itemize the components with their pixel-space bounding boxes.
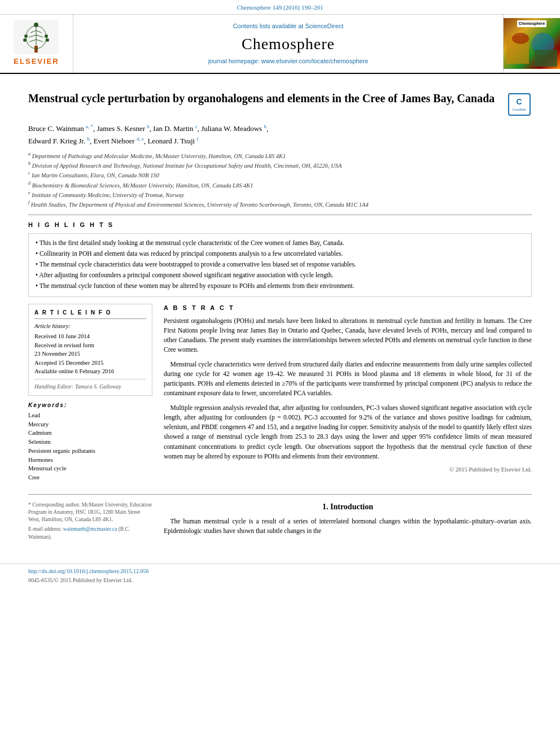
intro-para-1: The human menstrual cycle is a result of…	[164, 517, 532, 536]
keyword-1: Lead	[28, 412, 152, 420]
authors-line: Bruce C. Wainman a, *, James S. Kesner b…	[28, 123, 532, 147]
svg-point-11	[45, 34, 48, 38]
highlights-heading: H I G H L I G H T S	[28, 221, 532, 229]
keyword-2: Mercury	[28, 421, 152, 429]
footnote-section: * Corresponding author. McMaster Univers…	[28, 501, 152, 541]
email-address[interactable]: wainmanb@mcmaster.ca	[63, 526, 117, 532]
svg-rect-1	[34, 46, 38, 53]
svg-rect-18	[535, 50, 557, 67]
email-line: E-mail address: wainmanb@mcmaster.ca (B.…	[28, 526, 152, 541]
highlight-item-4: After adjusting for confounders a princi…	[36, 270, 524, 279]
homepage-line: journal homepage: www.elsevier.com/locat…	[208, 57, 369, 65]
contents-available-line: Contents lists available at ScienceDirec…	[233, 22, 344, 30]
corresponding-text: * Corresponding author. McMaster Univers…	[28, 502, 152, 523]
elsevier-logo: ELSEVIER	[14, 20, 59, 67]
cover-art-icon	[504, 27, 560, 67]
footer-doi[interactable]: http://dx.doi.org/10.1016/j.chemosphere.…	[28, 567, 532, 575]
journal-ref-text: Chemosphere 149 (2016) 190–201	[237, 4, 323, 11]
crossmark-badge[interactable]: C CrossMark	[506, 91, 532, 116]
svg-point-19	[512, 33, 529, 44]
journal-title: Chemosphere	[242, 33, 335, 55]
page: Chemosphere 149 (2016) 190–201	[0, 0, 560, 588]
keyword-8: Cree	[28, 474, 152, 482]
email-label: E-mail address:	[28, 526, 63, 532]
article-info-box: A R T I C L E I N F O Article history: R…	[28, 304, 152, 396]
elsevier-name: ELSEVIER	[14, 56, 59, 67]
highlights-section: H I G H L I G H T S This is the first de…	[28, 221, 532, 297]
article-title-section: Menstrual cycle perturbation by organoha…	[28, 91, 532, 116]
cover-label: Chemosphere	[517, 20, 547, 27]
svg-point-13	[46, 38, 49, 42]
elsevier-tree-icon	[14, 20, 59, 54]
history-label: Article history:	[34, 322, 146, 331]
abstract-text: Persistent organohalogens (POHs) and met…	[164, 316, 532, 462]
article-title: Menstrual cycle perturbation by organoha…	[28, 91, 506, 106]
cover-image-section: Chemosphere	[504, 15, 560, 72]
introduction-section: 1. Introduction The human menstrual cycl…	[164, 501, 532, 541]
available-date: Available online 6 February 2016	[34, 368, 146, 375]
highlight-item-3: The menstrual cycle characteristics data…	[36, 260, 524, 269]
bottom-section: * Corresponding author. McMaster Univers…	[28, 494, 532, 541]
revised-date: 23 November 2015	[34, 350, 146, 358]
top-reference-bar: Chemosphere 149 (2016) 190–201	[0, 0, 560, 15]
keyword-4: Selenium	[28, 438, 152, 447]
highlight-item-2: Collinearity in POH and element data was…	[36, 249, 524, 258]
abstract-para-3: Multiple regression analysis revealed th…	[164, 403, 532, 462]
highlight-item-1: This is the first detailed study looking…	[36, 238, 524, 247]
accepted-date: Accepted 15 December 2015	[34, 359, 146, 367]
elsevier-logo-section: ELSEVIER	[0, 15, 73, 72]
affiliations: a Department of Pathology and Molecular …	[28, 151, 532, 209]
crossmark-symbol: C	[516, 97, 522, 108]
two-column-section: A R T I C L E I N F O Article history: R…	[28, 304, 532, 482]
highlights-box: This is the first detailed study looking…	[28, 233, 532, 297]
keywords-box: Keywords: Lead Mercury Cadmium Selenium …	[28, 401, 152, 482]
journal-header: ELSEVIER Contents lists available at Sci…	[0, 15, 560, 73]
crossmark-label: CrossMark	[512, 108, 526, 112]
svg-point-14	[34, 23, 38, 27]
main-content: Menstrual cycle perturbation by organoha…	[0, 74, 560, 552]
cover-image: Chemosphere	[504, 18, 560, 69]
article-info-heading: A R T I C L E I N F O	[34, 309, 146, 319]
intro-text: The human menstrual cycle is a result of…	[164, 517, 532, 536]
intro-heading: 1. Introduction	[164, 501, 532, 513]
keywords-heading: Keywords:	[28, 401, 152, 409]
svg-point-10	[24, 34, 28, 38]
copyright-line: © 2015 Published by Elsevier Ltd.	[164, 466, 532, 474]
received-revised-label: Received in revised form	[34, 342, 146, 350]
svg-point-12	[23, 38, 27, 42]
keyword-7: Menstrual cycle	[28, 465, 152, 473]
highlight-item-5: The menstrual cycle function of these wo…	[36, 281, 524, 290]
corresponding-note: * Corresponding author. McMaster Univers…	[28, 501, 152, 524]
keyword-3: Cadmium	[28, 429, 152, 438]
left-column: A R T I C L E I N F O Article history: R…	[28, 304, 152, 482]
handling-editor: Handling Editor: Tamara S. Galloway	[34, 383, 146, 391]
abstract-heading: A B S T R A C T	[164, 304, 532, 312]
keyword-5: Persistent organic pollutants	[28, 447, 152, 456]
keyword-6: Hormones	[28, 456, 152, 465]
received-date: Received 10 June 2014	[34, 333, 146, 340]
journal-name-section: Contents lists available at ScienceDirec…	[73, 15, 504, 72]
abstract-para-2: Menstrual cycle characteristics were der…	[164, 360, 532, 399]
abstract-para-1: Persistent organohalogens (POHs) and met…	[164, 316, 532, 355]
footer-issn: 0045-6535/© 2015 Published by Elsevier L…	[28, 576, 532, 584]
divider-1	[28, 215, 532, 215]
crossmark-icon: C CrossMark	[508, 93, 531, 116]
info-divider	[34, 379, 146, 379]
right-column: A B S T R A C T Persistent organohalogen…	[164, 304, 532, 482]
page-footer: http://dx.doi.org/10.1016/j.chemosphere.…	[0, 563, 560, 588]
